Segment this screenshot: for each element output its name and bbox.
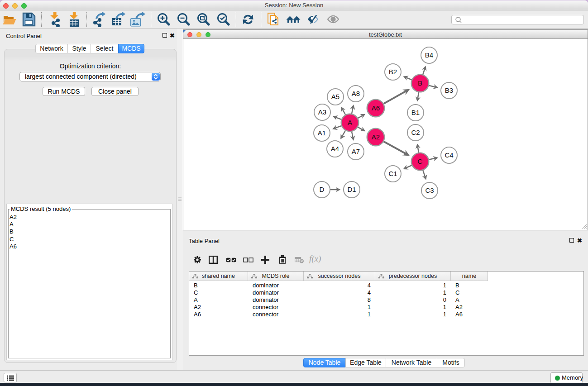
svg-text:D: D — [320, 186, 325, 193]
svg-text:A8: A8 — [352, 90, 360, 97]
svg-text:A1: A1 — [318, 129, 326, 137]
svg-text:A3: A3 — [318, 108, 326, 116]
svg-text:C: C — [418, 157, 423, 165]
svg-text:A: A — [348, 119, 352, 126]
svg-text:B1: B1 — [411, 109, 420, 116]
svg-text:A5: A5 — [331, 93, 339, 100]
svg-text:B4: B4 — [425, 51, 433, 59]
svg-text:A6: A6 — [372, 104, 380, 112]
svg-text:f(x): f(x) — [309, 255, 321, 264]
svg-text:B3: B3 — [445, 86, 453, 94]
svg-text:B2: B2 — [389, 68, 397, 76]
svg-text:D1: D1 — [347, 186, 356, 193]
svg-text:B: B — [418, 79, 422, 87]
svg-text:A4: A4 — [331, 145, 339, 152]
svg-text:C2: C2 — [411, 129, 420, 136]
svg-text:A7: A7 — [352, 148, 360, 155]
svg-text:C4: C4 — [445, 151, 453, 159]
svg-text:A2: A2 — [372, 133, 380, 141]
svg-text:C3: C3 — [425, 186, 434, 194]
svg-text:C1: C1 — [388, 170, 397, 177]
